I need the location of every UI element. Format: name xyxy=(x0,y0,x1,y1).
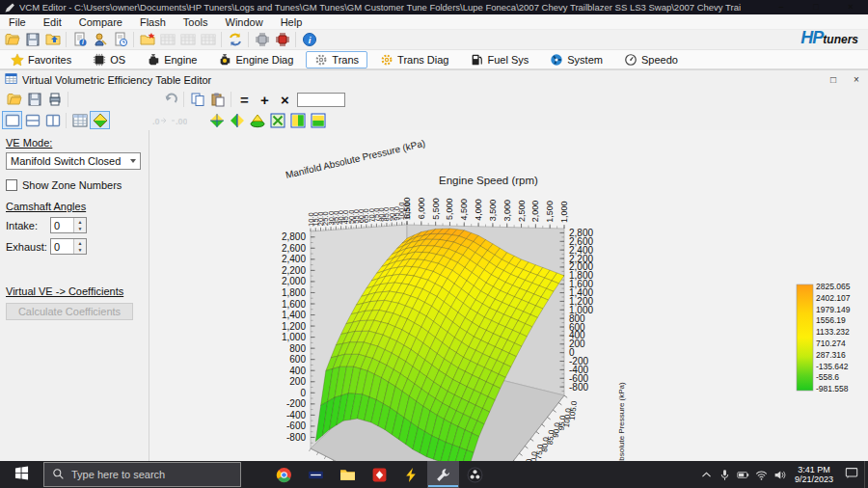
obs-button[interactable] xyxy=(459,461,491,488)
view-3d-surface-button[interactable] xyxy=(90,111,110,129)
compare-file-button[interactable] xyxy=(137,31,157,49)
paste-equal-button[interactable]: = xyxy=(234,91,255,109)
file-explorer-button[interactable] xyxy=(332,461,364,488)
view-vertical-split-button[interactable] xyxy=(42,111,63,129)
surface-flatten-button[interactable] xyxy=(247,111,267,129)
save-table-button[interactable] xyxy=(24,91,44,109)
start-button[interactable] xyxy=(0,461,43,488)
view-horizontal-split-button[interactable] xyxy=(22,111,42,129)
ve-mode-dropdown[interactable]: Manifold Switch Closed xyxy=(6,152,141,170)
ve-surface-chart[interactable]: 2,8002,8002,6002,6002,4002,4002,2002,200… xyxy=(149,130,868,461)
exhaust-down-icon[interactable]: ▼ xyxy=(74,247,86,255)
tab-engine-diag[interactable]: Engine Diag xyxy=(209,51,302,68)
minimize-button[interactable]: – xyxy=(764,0,799,14)
svg-text:-800: -800 xyxy=(286,432,306,443)
svg-text:-400: -400 xyxy=(286,410,306,420)
paste-value-input[interactable] xyxy=(297,93,345,107)
surface-half-button[interactable] xyxy=(227,111,247,129)
write-vehicle-button[interactable] xyxy=(272,31,292,49)
intake-up-icon[interactable]: ▲ xyxy=(74,218,86,226)
paste-add-button[interactable]: + xyxy=(255,91,275,109)
open-table-button[interactable] xyxy=(4,91,24,109)
vcm-editor-button[interactable] xyxy=(427,461,459,488)
folder-open-icon xyxy=(5,32,20,47)
file-info-button[interactable]: i xyxy=(69,31,90,49)
compare-swap-button[interactable] xyxy=(225,31,245,49)
app-bolt-button[interactable] xyxy=(395,461,427,488)
menu-item-file[interactable]: File xyxy=(0,16,35,28)
exhaust-stepper[interactable]: 0 ▲▼ xyxy=(50,238,87,255)
menu-item-edit[interactable]: Edit xyxy=(35,16,70,28)
tab-speedo[interactable]: Speedo xyxy=(615,51,687,68)
chip-red-icon xyxy=(275,32,290,47)
app-blue-button[interactable] xyxy=(300,461,332,488)
undo-button[interactable] xyxy=(160,91,180,109)
wifi-button[interactable] xyxy=(752,461,771,488)
file-history-button[interactable] xyxy=(110,31,130,49)
read-vehicle-button[interactable] xyxy=(252,31,272,49)
open-file-button[interactable] xyxy=(2,31,22,49)
view-table-button[interactable] xyxy=(69,111,90,129)
compare-table-2-button xyxy=(177,31,198,49)
surface-grid-toggle-button[interactable] xyxy=(267,111,287,129)
menu-item-window[interactable]: Window xyxy=(217,16,272,28)
show-zone-numbers-checkbox[interactable] xyxy=(6,179,17,191)
editor-window-controls: □× xyxy=(822,72,868,88)
surface-color-split-button[interactable] xyxy=(287,111,308,129)
speaker-icon xyxy=(773,469,786,481)
svg-text:1,800: 1,800 xyxy=(282,287,306,298)
intake-down-icon[interactable]: ▼ xyxy=(74,226,86,233)
surface-color-bands-button[interactable] xyxy=(308,111,328,129)
taskbar-search[interactable]: Type here to search xyxy=(43,462,241,487)
tab-trans-diag[interactable]: Trans Diag xyxy=(371,51,457,68)
paste-multiply-button[interactable]: × xyxy=(275,91,295,109)
compare-table-1-button xyxy=(157,31,177,49)
star-icon xyxy=(11,53,24,67)
show-zone-numbers-label: Show Zone Numbers xyxy=(22,179,122,191)
d3-box-bar-icon xyxy=(311,113,326,128)
svg-text:.00: .00 xyxy=(176,117,187,126)
vehicle-information-button[interactable]: i xyxy=(299,31,319,49)
close-button[interactable]: × xyxy=(845,72,868,88)
chrome-button[interactable] xyxy=(268,461,300,488)
tab-label: System xyxy=(567,54,603,66)
tab-trans[interactable]: Trans xyxy=(306,51,367,68)
battery-button[interactable] xyxy=(734,461,752,488)
tab-os[interactable]: OS xyxy=(84,51,134,68)
doc-info-icon: i xyxy=(72,32,88,47)
show-desktop-button[interactable] xyxy=(864,461,868,488)
tray-expand-button[interactable] xyxy=(697,461,716,488)
close-file-button[interactable] xyxy=(42,31,63,49)
exhaust-up-icon[interactable]: ▲ xyxy=(74,239,86,247)
save-file-button[interactable] xyxy=(22,31,42,49)
vcm-scanner-button[interactable] xyxy=(364,461,395,488)
menu-item-flash[interactable]: Flash xyxy=(131,16,175,28)
tab-favorites[interactable]: Favorites xyxy=(2,51,80,68)
svg-text:2,500: 2,500 xyxy=(517,200,527,222)
chat-icon xyxy=(845,466,858,479)
tab-system[interactable]: System xyxy=(541,51,611,68)
view-single-pane-button[interactable] xyxy=(2,111,22,129)
volume-button[interactable] xyxy=(771,461,789,488)
tab-engine[interactable]: Engine xyxy=(138,51,205,68)
notification-center-button[interactable] xyxy=(839,461,864,488)
window-title: VCM Editor - C:\Users\owner\Documents\HP… xyxy=(19,2,764,13)
svg-text:1,400: 1,400 xyxy=(282,310,306,320)
print-table-button[interactable] xyxy=(44,91,65,109)
restore-button[interactable]: □ xyxy=(822,72,845,88)
paste-button[interactable] xyxy=(207,91,228,109)
menu-item-compare[interactable]: Compare xyxy=(70,16,131,28)
search-icon xyxy=(52,468,65,480)
microphone-button[interactable] xyxy=(716,461,734,488)
maximize-button[interactable]: □ xyxy=(799,0,833,14)
menu-item-help[interactable]: Help xyxy=(272,16,312,28)
menu-item-tools[interactable]: Tools xyxy=(175,16,217,28)
clock[interactable]: 3:41 PM 9/21/2023 xyxy=(789,465,839,484)
tab-fuel-sys[interactable]: Fuel Sys xyxy=(461,51,537,68)
printer-icon xyxy=(47,92,63,107)
intake-stepper[interactable]: 0 ▲▼ xyxy=(50,217,87,233)
copy-button[interactable] xyxy=(187,91,207,109)
surface-rotate-button[interactable] xyxy=(206,111,227,129)
vehicle-reader-button[interactable] xyxy=(90,31,110,49)
close-button[interactable]: × xyxy=(833,0,868,14)
